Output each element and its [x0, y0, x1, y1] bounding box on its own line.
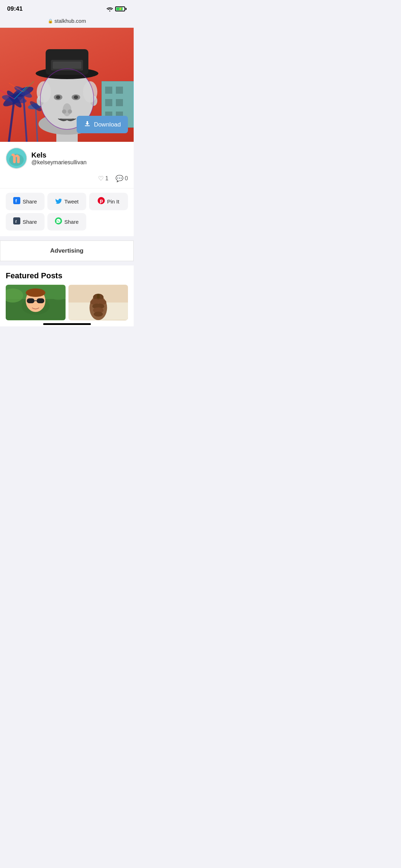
svg-rect-28	[53, 62, 81, 69]
stats-row: ♡ 1 💬 0	[0, 172, 134, 188]
avatar-image	[6, 148, 26, 168]
heart-icon: ♡	[98, 175, 104, 182]
svg-point-32	[74, 95, 78, 99]
profile-name: Kels	[31, 151, 128, 159]
likes-count: 1	[105, 175, 108, 182]
svg-rect-52	[13, 217, 20, 224]
profile-info: Kels @kelseymariesullivan	[31, 151, 128, 166]
hero-image: Download	[0, 28, 134, 142]
share-section: f Share Tweet 𝕡 Pin It	[0, 188, 134, 236]
status-bar: 09:41 ⚡	[0, 0, 134, 16]
home-indicator	[0, 320, 134, 326]
twitter-share-button[interactable]: Tweet	[47, 193, 86, 210]
advertising-section: Advertising	[0, 241, 134, 261]
featured-post-1[interactable]	[6, 285, 66, 320]
advertising-label: Advertising	[50, 247, 84, 254]
status-time: 09:41	[7, 5, 22, 12]
whatsapp-share-button[interactable]: Share	[47, 213, 86, 231]
svg-point-31	[56, 95, 60, 99]
featured-posts-grid	[6, 285, 128, 320]
svg-point-47	[15, 155, 19, 157]
facebook-share-button[interactable]: f Share	[6, 193, 45, 210]
download-icon	[84, 120, 91, 129]
svg-text:t: t	[15, 218, 17, 224]
comments-count: 0	[125, 175, 128, 182]
url-bar[interactable]: 🔒 stalkhub.com	[0, 16, 134, 28]
status-icons: ⚡	[107, 6, 127, 11]
whatsapp-share-label: Share	[64, 219, 78, 225]
svg-text:𝕡: 𝕡	[100, 198, 103, 203]
svg-point-46	[11, 154, 15, 156]
profile-section: Kels @kelseymariesullivan	[0, 142, 134, 172]
avatar	[6, 148, 27, 169]
twitter-share-label: Tweet	[64, 198, 78, 205]
svg-rect-16	[116, 87, 123, 94]
featured-posts-title: Featured Posts	[6, 271, 128, 280]
facebook-icon: f	[13, 197, 20, 206]
profile-handle: @kelseymariesullivan	[31, 159, 128, 166]
featured-post-2[interactable]	[68, 285, 128, 320]
wifi-icon	[107, 7, 113, 11]
tumblr-icon: t	[13, 217, 20, 226]
svg-rect-41	[85, 125, 90, 126]
svg-point-64	[26, 289, 45, 297]
svg-point-74	[93, 312, 103, 317]
home-bar	[43, 323, 91, 325]
pinterest-icon: 𝕡	[98, 197, 105, 206]
lock-icon: 🔒	[48, 19, 53, 24]
svg-rect-62	[37, 298, 45, 303]
share-grid-row2: t Share Share	[6, 213, 128, 231]
twitter-icon	[55, 197, 62, 206]
url-text: 🔒 stalkhub.com	[48, 18, 86, 24]
pinterest-share-button[interactable]: 𝕡 Pin It	[89, 193, 128, 210]
featured-posts-section: Featured Posts	[0, 265, 134, 320]
svg-text:f: f	[15, 198, 17, 203]
svg-point-35	[68, 109, 72, 114]
tumblr-share-button[interactable]: t Share	[6, 213, 45, 231]
url-domain: stalkhub.com	[55, 18, 86, 24]
comment-icon: 💬	[115, 175, 123, 182]
battery-icon: ⚡	[115, 6, 127, 11]
comments-stat[interactable]: 💬 0	[115, 175, 128, 182]
likes-stat[interactable]: ♡ 1	[98, 175, 108, 182]
download-button-label: Download	[94, 121, 121, 128]
svg-rect-18	[116, 99, 123, 106]
svg-rect-75	[97, 294, 99, 298]
share-grid-row1: f Share Tweet 𝕡 Pin It	[6, 193, 128, 210]
facebook-share-label: Share	[22, 198, 37, 205]
whatsapp-icon	[55, 217, 62, 226]
svg-point-34	[62, 109, 66, 114]
svg-rect-61	[27, 298, 35, 303]
tumblr-share-label: Share	[22, 219, 37, 225]
pinterest-share-label: Pin It	[107, 198, 119, 205]
download-button[interactable]: Download	[77, 116, 128, 133]
